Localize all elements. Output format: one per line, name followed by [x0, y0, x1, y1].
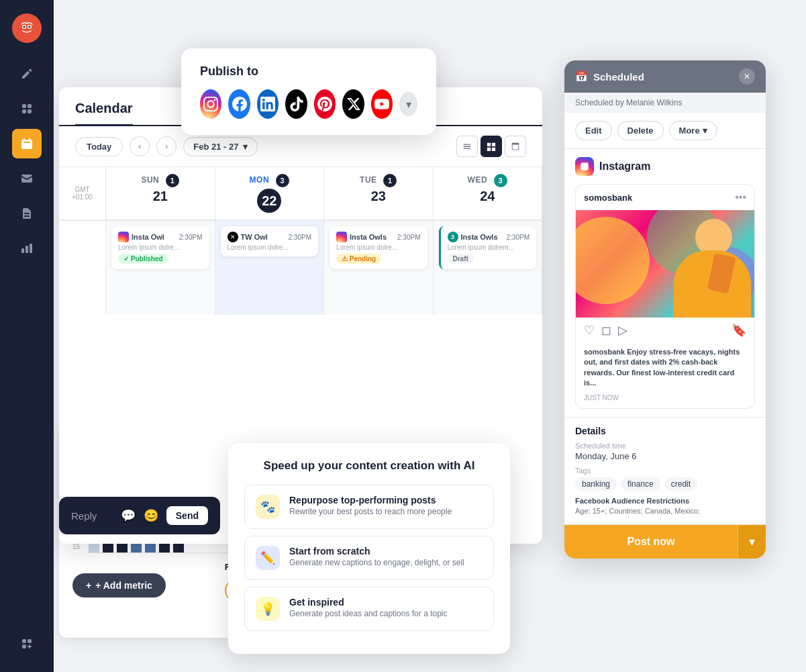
- status-badge-published: ✓ Published: [118, 254, 168, 264]
- list-view-button[interactable]: [456, 136, 478, 157]
- publish-to-title: Publish to: [200, 64, 417, 79]
- status-badge-pending: ⚠ Pending: [336, 254, 381, 264]
- day-col-wed: 3 Insta Owls 2:30PM Lorem ipsum dolrem..…: [434, 221, 543, 315]
- post-now-button[interactable]: Post now: [564, 525, 738, 559]
- scheduled-panel: 📅 Scheduled ✕ Scheduled by Melanie Wilki…: [564, 60, 766, 559]
- ai-option-inspire[interactable]: 💡 Get inspired Generate post ideas and c…: [244, 587, 494, 631]
- month-view-button[interactable]: [505, 136, 526, 157]
- delete-post-button[interactable]: Delete: [617, 121, 664, 140]
- svg-point-0: [18, 19, 36, 37]
- svg-point-4: [29, 26, 31, 28]
- scheduled-by-label: Scheduled by Melanie Wilkins: [564, 93, 766, 113]
- chevron-down-icon: ▾: [703, 126, 707, 136]
- tag-credit: credit: [664, 477, 697, 491]
- repurpose-icon: 🐾: [256, 495, 280, 519]
- post-actions: ♡ ◻ ▷ 🔖: [576, 318, 754, 343]
- sidebar: [0, 0, 54, 672]
- scheduled-actions: Edit Delete More ▾: [564, 113, 766, 149]
- scheduled-header: 📅 Scheduled ✕: [564, 60, 766, 93]
- inspire-icon: 💡: [256, 597, 280, 621]
- scheduled-details: Details Scheduled time Monday, June 6 Ta…: [564, 417, 766, 525]
- linkedin-network-button[interactable]: [257, 89, 279, 119]
- date-range-button[interactable]: Feb 21 - 27 ▾: [183, 137, 257, 156]
- close-scheduled-button[interactable]: ✕: [739, 68, 755, 85]
- sidebar-item-dashboard[interactable]: [12, 94, 42, 124]
- app-logo: [12, 13, 42, 43]
- instagram-icon: [336, 232, 347, 242]
- tags-list: banking finance credit: [575, 477, 755, 491]
- instagram-platform-icon: [575, 157, 594, 176]
- youtube-network-button[interactable]: [371, 89, 393, 119]
- post-caption: somosbank Enjoy stress-free vacays, nigh…: [576, 343, 754, 394]
- post-now-dropdown-button[interactable]: ▾: [738, 525, 766, 559]
- gmt-label: GMT+01:00: [59, 167, 106, 220]
- like-icon[interactable]: ♡: [584, 323, 595, 338]
- svg-point-3: [23, 26, 26, 28]
- scratch-desc: Generate new captions to engage, delight…: [289, 558, 464, 567]
- post-time: JUST NOW: [576, 394, 754, 408]
- today-button[interactable]: Today: [75, 137, 123, 156]
- message-icon[interactable]: 💬: [121, 508, 136, 523]
- more-networks-button[interactable]: ▾: [399, 92, 417, 116]
- bookmark-icon[interactable]: 🔖: [732, 323, 746, 338]
- calendar-event[interactable]: Insta Owls 2:30PM Lorem ipsum dolre... ⚠…: [330, 226, 427, 269]
- x-network-button[interactable]: [342, 89, 364, 119]
- send-button[interactable]: Send: [166, 506, 208, 525]
- instagram-icon: [118, 232, 129, 242]
- sidebar-item-reports[interactable]: [12, 199, 42, 228]
- share-icon[interactable]: ▷: [618, 323, 627, 338]
- ai-option-scratch[interactable]: ✏️ Start from scratch Generate new capti…: [244, 536, 494, 580]
- sidebar-item-compose[interactable]: [12, 59, 42, 89]
- next-week-button[interactable]: ›: [156, 136, 177, 156]
- calendar-event[interactable]: 3 Insta Owls 2:30PM Lorem ipsum dolrem..…: [439, 226, 537, 269]
- view-toggle: [456, 136, 526, 157]
- publish-to-panel: Publish to ▾: [181, 48, 436, 135]
- sidebar-item-apps[interactable]: [12, 629, 42, 659]
- platform-label: Instagram: [564, 149, 766, 184]
- pinterest-network-button[interactable]: [314, 89, 336, 119]
- comment-icon[interactable]: ◻: [601, 323, 611, 338]
- day-col-mon: ✕ TW Owl 2:30PM Lorem ipsum dolre...: [215, 221, 325, 315]
- person-figure: [670, 213, 751, 318]
- repurpose-title: Repurpose top-performing posts: [289, 495, 452, 506]
- sidebar-bottom-grid[interactable]: [12, 629, 42, 659]
- ai-option-repurpose[interactable]: 🐾 Repurpose top-performing posts Rewrite…: [244, 485, 494, 529]
- group-badge: 3: [448, 232, 458, 242]
- add-metric-button[interactable]: + + Add metric: [72, 573, 166, 597]
- day-header-mon: MON 3 22: [215, 167, 325, 220]
- tiktok-network-button[interactable]: [285, 89, 307, 119]
- day-header-wed: WED 3 24: [434, 167, 543, 220]
- calendar-grid-body: Insta Owl 2:30PM Lorem ipsum dolre... ✓ …: [59, 220, 542, 315]
- tag-finance: finance: [621, 477, 660, 491]
- post-options-button[interactable]: •••: [735, 191, 746, 203]
- day-col-sun: Insta Owl 2:30PM Lorem ipsum dolre... ✓ …: [106, 221, 215, 315]
- scheduled-title: 📅 Scheduled: [575, 70, 644, 83]
- more-options-button[interactable]: More ▾: [669, 121, 717, 140]
- details-title: Details: [575, 426, 755, 436]
- facebook-network-button[interactable]: [228, 89, 250, 119]
- sidebar-item-inbox[interactable]: [12, 164, 42, 193]
- day-header-sun: SUN 1 21: [106, 167, 215, 220]
- emoji-icon[interactable]: 😊: [144, 508, 158, 523]
- sidebar-item-calendar[interactable]: [12, 129, 42, 158]
- ai-content-panel: Speed up your content creation with AI 🐾…: [228, 443, 510, 654]
- calendar-grid-header: GMT+01:00 SUN 1 21 MON 3 22 TUE 1 23 WED…: [59, 167, 542, 220]
- social-networks-row: ▾: [200, 89, 417, 119]
- calendar-title: Calendar: [75, 101, 133, 126]
- grid-view-button[interactable]: [481, 136, 502, 157]
- calendar-icon: 📅: [575, 70, 588, 83]
- reply-placeholder[interactable]: Reply: [71, 510, 113, 522]
- inspire-desc: Generate post ideas and captions for a t…: [289, 609, 447, 618]
- status-badge-draft: Draft: [448, 254, 474, 264]
- calendar-event[interactable]: Insta Owl 2:30PM Lorem ipsum dolre... ✓ …: [111, 226, 209, 269]
- twitter-icon: ✕: [228, 232, 238, 242]
- calendar-event[interactable]: ✕ TW Owl 2:30PM Lorem ipsum dolre...: [221, 226, 319, 256]
- reply-bar: Reply 💬 😊 Send: [59, 497, 220, 534]
- edit-post-button[interactable]: Edit: [575, 121, 612, 140]
- sidebar-item-analytics[interactable]: [12, 234, 42, 263]
- instagram-network-button[interactable]: [200, 89, 221, 119]
- prev-week-button[interactable]: ‹: [130, 136, 150, 156]
- scheduled-time-row: Scheduled time Monday, June 6: [575, 442, 755, 461]
- repurpose-desc: Rewrite your best posts to reach more pe…: [289, 507, 452, 516]
- day-header-tue: TUE 1 23: [324, 167, 434, 220]
